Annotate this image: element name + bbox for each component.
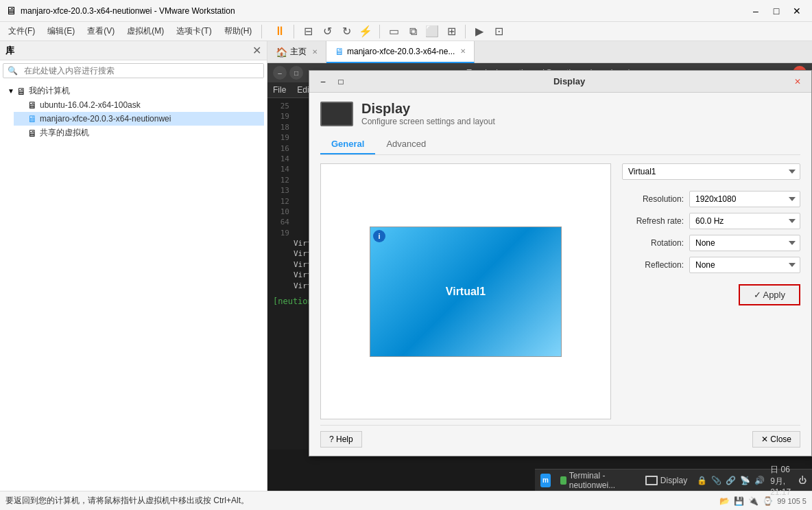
terminal-minimize[interactable]: – <box>273 66 287 80</box>
toolbar-btn-8[interactable]: ⊞ <box>443 23 459 40</box>
terminal-maximize[interactable]: □ <box>289 66 303 80</box>
display-dialog: – □ Display ✕ Display Configure screen s… <box>309 70 812 456</box>
dialog-title: Display <box>349 76 789 86</box>
toolbar-btn-1[interactable]: ⊟ <box>300 23 316 40</box>
taskbar-power-icon: ⏻ <box>798 476 807 485</box>
close-dialog-button[interactable]: ✕ Close <box>752 431 800 448</box>
dialog-maximize[interactable]: □ <box>333 73 349 90</box>
close-button[interactable]: ✕ <box>787 1 807 21</box>
my-computer-row[interactable]: ▼ 🖥 我的计算机 <box>3 84 264 98</box>
terminal-controls-left: – □ <box>273 66 303 80</box>
toolbar-btn-10[interactable]: ⊡ <box>490 23 507 40</box>
taskbar-display-label: Display <box>660 476 687 485</box>
tree-toggle: ▼ <box>5 87 16 95</box>
toolbar-btn-6[interactable]: ⧉ <box>405 23 421 40</box>
search-icon: 🔍 <box>3 65 22 77</box>
setting-row-refresh: Refresh rate: 60.0 Hz <box>622 213 800 229</box>
toolbar-btn-4[interactable]: ⚡ <box>357 23 374 40</box>
monitor-info-icon: i <box>373 230 385 242</box>
dialog-tab-general[interactable]: General <box>320 135 375 154</box>
main-layout: 库 ✕ 🔍 ▼ 🖥 我的计算机 🖥 ubuntu-16.04.2-x64-100… <box>0 41 812 491</box>
taskbar-terminal-app[interactable]: Terminal - neutionwei... <box>556 470 636 491</box>
tray-icon-1: 🔒 <box>697 476 707 485</box>
home-icon: 🏠 <box>276 47 287 58</box>
titlebar-controls: – □ ✕ <box>746 1 807 21</box>
toolbar-btn-3[interactable]: ↻ <box>338 23 355 40</box>
dialog-tab-advanced[interactable]: Advanced <box>375 135 437 154</box>
monitor-select[interactable]: Virtual1 <box>622 163 800 180</box>
reflection-select[interactable]: None <box>689 257 800 273</box>
taskbar-right: 🔒 📎 🔗 📡 🔊 日 06 9月, 21:17 ⏻ <box>697 464 807 497</box>
sep3 <box>379 25 380 38</box>
status-text: 要返回到您的计算机，请将鼠标指针从虚拟机中移出或按 Ctrl+Alt。 <box>5 495 249 507</box>
monitor-preview: i Virtual1 <box>320 163 611 419</box>
dialog-minimize[interactable]: – <box>315 73 331 90</box>
statusbar-text-right: 99 105 5 <box>777 497 807 505</box>
sep4 <box>465 25 466 38</box>
dialog-footer: ? Help ✕ Close <box>320 425 800 448</box>
search-bar: 🔍 <box>3 63 264 78</box>
tab-vm-close[interactable]: ✕ <box>460 47 466 55</box>
toolbar-btn-9[interactable]: ▶ <box>471 23 488 40</box>
minimize-button[interactable]: – <box>746 1 765 21</box>
menu-vm[interactable]: 虚拟机(M) <box>121 24 169 38</box>
dialog-tabs-row: General Advanced <box>320 135 800 155</box>
toolbar-btn-2[interactable]: ↺ <box>319 23 335 40</box>
titlebar-left: 🖥 manjaro-xfce-20.0.3-x64-neutionwei - V… <box>5 5 235 17</box>
toolbar-btn-7[interactable]: ⬜ <box>424 23 440 40</box>
rotation-label: Rotation: <box>622 238 684 248</box>
shared-vm-icon: 🖥 <box>27 128 37 139</box>
shared-vm-row[interactable]: 🖥 共享的虚拟机 <box>14 126 264 140</box>
taskbar-terminal-dot <box>560 476 566 485</box>
refresh-label: Refresh rate: <box>622 216 684 226</box>
resolution-label: Resolution: <box>622 194 684 204</box>
help-button[interactable]: ? Help <box>320 431 362 448</box>
reflection-label: Reflection: <box>622 260 684 270</box>
tray-icon-5: 🔊 <box>754 476 765 485</box>
terminal-menu-file[interactable]: File <box>273 85 286 95</box>
menu-edit[interactable]: 编辑(E) <box>42 24 80 38</box>
resolution-select[interactable]: 1920x1080 <box>689 191 800 207</box>
sep2 <box>294 25 294 38</box>
tab-home-close[interactable]: ✕ <box>312 48 318 56</box>
rotation-select[interactable]: None <box>689 235 800 251</box>
vmware-icon: 🖥 <box>5 5 16 17</box>
statusbar-icon-3: 🔌 <box>748 496 759 506</box>
monitor-select-row: Virtual1 <box>622 163 800 180</box>
statusbar-icon-1: 📂 <box>719 496 730 506</box>
vm-row-ubuntu[interactable]: 🖥 ubuntu-16.04.2-x64-100ask <box>14 98 264 112</box>
tray-icon-4: 📡 <box>740 476 750 485</box>
menu-help[interactable]: 帮助(H) <box>219 24 258 38</box>
pause-button[interactable]: ⏸ <box>272 23 288 40</box>
tab-vm[interactable]: 🖥 manjaro-xfce-20.0.3-x64-ne... ✕ <box>326 41 475 63</box>
menu-view[interactable]: 查看(V) <box>82 24 120 38</box>
taskbar-terminal-label: Terminal - neutionwei... <box>569 471 632 490</box>
vm-icon-manjaro: 🖥 <box>27 113 37 124</box>
my-computer-label: 我的计算机 <box>29 85 70 97</box>
statusbar-icon-4: ⌚ <box>763 496 773 506</box>
dialog-controls-left: – □ <box>315 73 349 90</box>
tab-home[interactable]: 🏠 主页 ✕ <box>267 41 326 63</box>
dialog-close-button[interactable]: ✕ <box>789 73 806 90</box>
setting-row-reflection: Reflection: None <box>622 257 800 273</box>
dialog-body: Display Configure screen settings and la… <box>309 93 811 456</box>
search-input[interactable] <box>22 64 263 78</box>
setting-row-rotation: Rotation: None <box>622 235 800 251</box>
tree-children: 🖥 ubuntu-16.04.2-x64-100ask 🖥 manjaro-xf… <box>14 98 264 140</box>
monitor-display: i Virtual1 <box>370 227 562 357</box>
sidebar-close-button[interactable]: ✕ <box>252 44 261 57</box>
sidebar-title: 库 <box>5 45 14 57</box>
setting-row-resolution: Resolution: 1920x1080 <box>622 191 800 207</box>
taskbar-manjaro-icon: m <box>540 474 551 487</box>
vm-row-manjaro[interactable]: 🖥 manjaro-xfce-20.0.3-x64-neutionwei <box>14 112 264 126</box>
menu-tab[interactable]: 选项卡(T) <box>171 24 217 38</box>
toolbar-btn-5[interactable]: ▭ <box>385 23 402 40</box>
menu-file[interactable]: 文件(F) <box>3 24 40 38</box>
refresh-select[interactable]: 60.0 Hz <box>689 213 800 229</box>
taskbar-tray: 🔒 📎 🔗 📡 🔊 <box>697 476 765 485</box>
maximize-button[interactable]: □ <box>767 1 786 21</box>
taskbar-display-app[interactable]: Display <box>641 474 691 487</box>
toolbar-separator <box>261 25 262 38</box>
vm-area: – □ Terminal - neutionwei@neutionwei-man… <box>267 63 812 491</box>
apply-button[interactable]: ✓ Apply <box>739 284 800 305</box>
